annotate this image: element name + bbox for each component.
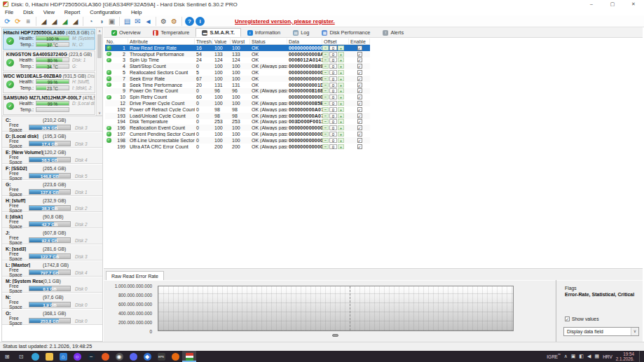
tab-alerts[interactable]: !Alerts [376, 28, 410, 37]
disk-entry[interactable]: SAMSUNG MZ7LN512HMJP-000L7 (476,9 GB)✓He… [3, 94, 95, 115]
offset-plus-button[interactable]: + [338, 64, 344, 69]
column-header-enable[interactable]: Enable [349, 39, 370, 44]
enable-checkbox[interactable]: ✓ [357, 138, 362, 143]
smart-row[interactable]: ✓196Reallocation Event Count0100100OK (A… [105, 125, 370, 131]
offset-minus-button[interactable]: − [322, 101, 329, 106]
enable-checkbox[interactable]: ✓ [357, 119, 362, 124]
message-icon[interactable]: ◄ [144, 17, 153, 26]
eps-app[interactable]: EPS [154, 351, 168, 362]
menu-view[interactable]: View [39, 9, 60, 15]
offset-plus-button[interactable]: + [338, 132, 344, 137]
task-view-button[interactable]: ⊡ [14, 351, 28, 362]
offset-minus-button[interactable]: − [322, 52, 329, 57]
column-header-status[interactable]: Status [250, 39, 287, 44]
display-data-field-dropdown[interactable]: Display data field ∨ [563, 327, 639, 336]
refresh-all-icon[interactable]: ⟳ [13, 17, 22, 26]
offset-minus-button[interactable]: − [322, 76, 329, 81]
offset-minus-button[interactable]: − [322, 70, 329, 75]
smart-row[interactable]: ✓7Seek Error Rate67100100OK000000000000−… [105, 76, 370, 82]
disk-entry[interactable]: KINGSTON SA400S37240G (223,6 GB)✓Health:… [3, 50, 95, 71]
minimize-button[interactable]: – [581, 0, 602, 8]
offset-minus-button[interactable]: − [322, 57, 329, 62]
partition-row[interactable]: H: [stuff](232,9 GB)Free Space38,3 GBDis… [2, 197, 102, 213]
partition-row[interactable]: K: [ssd3](281,6 GB)Free Space122,7 GBDis… [2, 245, 102, 261]
tray-network-icon[interactable]: ▦ [595, 354, 600, 359]
mail-icon[interactable]: ✉ [133, 17, 142, 26]
offset-minus-button[interactable]: − [322, 119, 329, 124]
offset-plus-button[interactable]: + [338, 52, 344, 57]
drive-rescan-icon[interactable]: ◢ [39, 17, 48, 26]
disk-entry[interactable]: Hitachi HDP725050GLA360 (465,8 GB) Disk … [3, 29, 95, 50]
partition-row[interactable]: D: [Local disk](195,3 GB)Free Space17,4 … [2, 132, 102, 148]
hdsentinel-app[interactable] [182, 351, 196, 362]
show-desktop-button[interactable] [639, 351, 642, 362]
offset-plus-button[interactable]: + [338, 88, 344, 93]
menu-help[interactable]: Help [126, 9, 146, 15]
enable-checkbox[interactable]: ✓ [357, 125, 362, 130]
smart-row[interactable]: ✓5Reallocated Sectors Count5100100OK0000… [105, 69, 370, 76]
drive-remove-icon[interactable]: ◢ [50, 17, 59, 26]
maximize-button[interactable]: ▢ [602, 0, 623, 8]
tab-disk-performance[interactable]: ▦Disk Performance [315, 28, 376, 37]
offset-minus-button[interactable]: − [322, 88, 329, 93]
column-header-data[interactable]: Data [287, 39, 322, 44]
partition-row[interactable]: O:(368,1 GB)Free Space253,8 GBDisk 0 [2, 309, 102, 326]
enable-checkbox[interactable]: ✓ [357, 144, 362, 149]
file-explorer-app[interactable] [42, 351, 56, 362]
menu-report[interactable]: Report [60, 9, 85, 15]
help-icon[interactable]: ? [185, 17, 194, 26]
partition-row[interactable]: M: [System Rese...](0,1 GB)Free Space0,1… [2, 277, 102, 293]
surface-list-icon[interactable]: ≡ [24, 17, 33, 26]
enable-checkbox[interactable]: ✓ [357, 64, 362, 69]
smart-row[interactable]: 193Load/Unload Cycle Count09898OK (Alway… [105, 113, 370, 119]
store-app[interactable]: ⌂ [56, 351, 70, 362]
smart-row[interactable]: 4Start/Stop Count0100100OK (Always passi… [105, 63, 370, 69]
tab-temperature[interactable]: ▌Temperature [146, 28, 196, 37]
menu-file[interactable]: File [0, 9, 18, 15]
smart-row[interactable]: ✓198Off-Line Uncorrectable Sector Count0… [105, 137, 370, 144]
chevron-down-icon[interactable]: ∨ [631, 328, 638, 335]
disk-status-icon[interactable]: ◑ [97, 17, 106, 26]
menu-configuration[interactable]: Configuration [85, 9, 126, 15]
tray-chat-icon[interactable]: ◧ [579, 354, 584, 359]
smart-row[interactable]: ✓197Current Pending Sector Count0100100O… [105, 131, 370, 137]
tab-log[interactable]: ▤Log [287, 28, 315, 37]
tab-overview[interactable]: ✔Overview [105, 28, 146, 37]
partition-row[interactable]: F: [SSD2](265,4 GB)Free Space146,8 GBDis… [2, 165, 102, 181]
enable-checkbox[interactable]: ✓ [357, 46, 362, 50]
show-values-checkbox[interactable]: ✓ [565, 316, 570, 321]
tray-toolbar-label[interactable]: IGRE** [547, 354, 560, 359]
disk-clock-icon[interactable]: ◔ [86, 17, 95, 26]
smart-row[interactable]: ✓8Seek Time Performance20131131OK0000000… [105, 82, 370, 88]
offset-plus-button[interactable]: + [338, 57, 344, 62]
enable-checkbox[interactable]: ✓ [357, 57, 362, 62]
offset-plus-button[interactable]: + [338, 46, 344, 50]
enable-checkbox[interactable]: ✓ [357, 70, 362, 75]
column-header-attribute[interactable]: Attribute [128, 39, 195, 44]
smart-row[interactable]: ✓2Throughput Performance54133133OK000000… [105, 51, 370, 57]
partition-row[interactable]: I: [disk](90,8 GB)Free Space42,7 GBDisk … [2, 213, 102, 229]
offset-minus-button[interactable]: − [322, 95, 329, 99]
edge-app[interactable] [28, 351, 42, 362]
discord-app[interactable] [126, 351, 140, 362]
offset-minus-button[interactable]: − [322, 125, 329, 130]
column-header-offset[interactable]: Offset [322, 39, 349, 44]
report-notebook-icon[interactable]: ▤ [123, 17, 132, 26]
smart-row[interactable]: 9Power On Time Count09696OK (Always pass… [105, 88, 370, 95]
blue-cloud-app[interactable]: ◆ [140, 351, 154, 362]
chart-tab[interactable]: Raw Read Error Rate [106, 271, 164, 280]
offset-plus-button[interactable]: + [338, 83, 344, 88]
tab-information[interactable]: iInformation [241, 28, 287, 37]
enable-checkbox[interactable]: ✓ [357, 52, 362, 57]
offset-minus-button[interactable]: − [322, 144, 329, 149]
partition-row[interactable]: E: [New Volume](120,2 GB)Free Space58,5 … [2, 148, 102, 165]
drive-search-icon[interactable]: ◢ [71, 17, 80, 26]
offset-minus-button[interactable]: − [322, 64, 329, 69]
offset-minus-button[interactable]: − [322, 132, 329, 137]
offset-plus-button[interactable]: + [338, 70, 344, 75]
enable-checkbox[interactable]: ✓ [357, 95, 362, 99]
offset-plus-button[interactable]: + [338, 119, 344, 124]
offset-plus-button[interactable]: + [338, 101, 344, 106]
column-header-worst[interactable]: Worst [231, 39, 250, 44]
partition-row[interactable]: N:(97,6 GB)Free Space1,9 GBDisk 0 [2, 293, 102, 309]
